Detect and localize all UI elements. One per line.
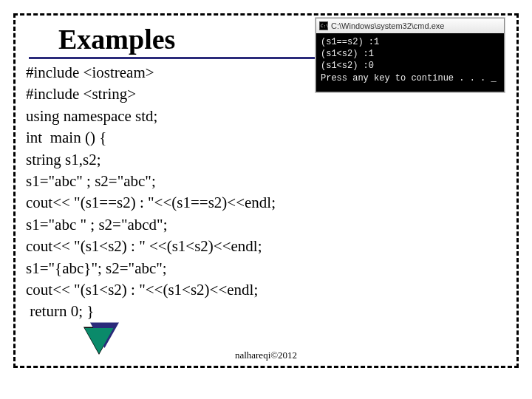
slide-frame: Examples C:\Windows\system32\cmd.exe (s1…	[13, 13, 519, 368]
code-line: cout<< "(s1<s2) : " <<(s1<s2)<<endl;	[26, 237, 262, 255]
footer-text: nalhareqi©2012	[16, 349, 516, 361]
code-line: return 0; }	[26, 302, 94, 320]
cmd-icon	[319, 21, 328, 30]
console-line: (s1==s2) :1	[321, 37, 379, 47]
code-line: #include <iostream>	[26, 64, 154, 81]
code-line: cout<< "(s1==s2) : "<<(s1==s2)<<endl;	[26, 194, 276, 211]
content-area: C:\Windows\system32\cmd.exe (s1==s2) :1 …	[26, 62, 506, 323]
code-line: s1="{abc}"; s2="abc";	[26, 259, 167, 277]
code-line: string s1,s2;	[26, 151, 101, 168]
code-block: #include <iostream> #include <string> us…	[26, 62, 506, 323]
code-line: s1="abc " ; s2="abcd";	[26, 216, 168, 233]
code-line: using namespace std;	[26, 107, 157, 125]
console-line: Press any key to continue . . . _	[321, 73, 497, 83]
console-line: (s1<s2) :0	[321, 61, 374, 71]
console-output: (s1==s2) :1 (s1<s2) :1 (s1<s2) :0 Press …	[316, 33, 504, 92]
console-title-text: C:\Windows\system32\cmd.exe	[331, 21, 444, 30]
code-line: cout<< "(s1<s2) : "<<(s1<s2)<<endl;	[26, 281, 258, 299]
code-line: s1="abc" ; s2="abc";	[26, 172, 156, 190]
code-line: int main () {	[26, 129, 106, 146]
console-line: (s1<s2) :1	[321, 49, 374, 59]
console-titlebar: C:\Windows\system32\cmd.exe	[316, 18, 504, 33]
console-window: C:\Windows\system32\cmd.exe (s1==s2) :1 …	[316, 18, 505, 92]
code-line: #include <string>	[26, 85, 136, 103]
